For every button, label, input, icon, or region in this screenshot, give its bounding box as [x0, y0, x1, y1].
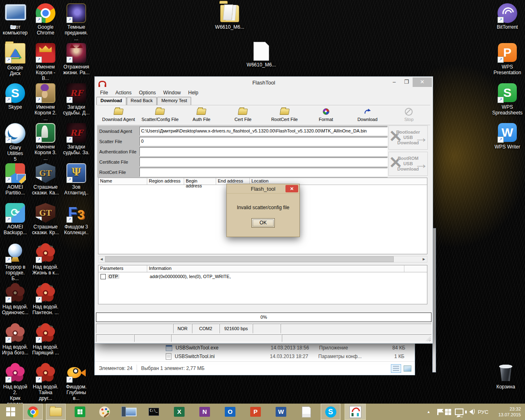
desktop-icon-wps-presentation[interactable]: ↗ WPS Presentation: [494, 43, 521, 75]
horizontal-scrollbar[interactable]: ◄ ►: [98, 256, 427, 262]
desktop-icon-wps-spreadsheets[interactable]: ↗ WPS Spreadsheets: [494, 83, 521, 116]
rootcert-file-input[interactable]: [139, 168, 388, 177]
tray-windows-defender[interactable]: [443, 404, 453, 420]
desktop-icon-atlantis[interactable]: ↗ Зов Атлантид..: [63, 163, 90, 196]
ok-button[interactable]: OK: [251, 218, 275, 228]
desktop-icon-fishdom3[interactable]: ↗ Фишдом 3 Коллекци..: [63, 203, 90, 235]
desktop-icon-terror[interactable]: ↗ Террор в городке. Б...: [2, 243, 29, 281]
desktop-icon-wps-writer[interactable]: ↗ WPS Writer: [494, 123, 521, 150]
taskbar-chrome-button[interactable]: [23, 404, 43, 420]
otp-checkbox[interactable]: [100, 274, 106, 279]
desktop-icon-grim2[interactable]: ↗ Страшные сказки. Кр...: [32, 203, 59, 235]
taskbar-onenote-button[interactable]: N: [195, 404, 214, 420]
taskbar-notepad-button[interactable]: [297, 404, 316, 420]
desktop-icon-abovewater-pantheon[interactable]: ↗ Над водой. Пантеон. ...: [32, 283, 59, 315]
desktop-icon-google-drive[interactable]: ↗ Google Диск: [2, 43, 29, 76]
bootloader-usb-download-button[interactable]: ✕ → Bootloader USB Download: [388, 126, 428, 150]
column-header-region-address[interactable]: Region address: [147, 178, 184, 185]
tray-show-hidden-icons[interactable]: ▲: [425, 404, 432, 420]
toolbar-auth-file[interactable]: Auth File: [182, 107, 221, 125]
taskbar-explorer-button[interactable]: [46, 404, 66, 420]
taskbar-flashtool-button[interactable]: [345, 404, 366, 420]
tab-download[interactable]: Download: [96, 97, 126, 105]
menu-help[interactable]: Help: [185, 90, 202, 96]
details-view-button[interactable]: [391, 364, 401, 373]
authentication-file-input[interactable]: [139, 147, 388, 156]
certificate-file-input[interactable]: [139, 158, 388, 167]
tab-memory-test[interactable]: Memory Test: [157, 97, 191, 105]
title-bar[interactable]: FlashTool – ❐ ✕: [95, 77, 433, 88]
file-row[interactable]: USBSwitchTool.ini 14.03.2013 18:27 Парам…: [95, 352, 415, 361]
toolbar-format[interactable]: Format: [306, 107, 346, 125]
desktop-icon-kings2[interactable]: ↗ Именем Короля 2. ...: [32, 83, 59, 121]
scroll-right-arrow[interactable]: ►: [421, 256, 427, 262]
scrollbar-thumb[interactable]: [105, 256, 394, 262]
desktop-icon-reflections[interactable]: ↗ Отражения жизни. Ра...: [63, 43, 90, 75]
column-header-name[interactable]: Name: [98, 178, 147, 185]
column-header-begin-address[interactable]: Begin address: [184, 178, 216, 185]
toolbar-cert-file[interactable]: Cert File: [223, 107, 262, 125]
start-button[interactable]: [2, 404, 20, 420]
column-header-parameters[interactable]: Parameters: [98, 265, 147, 272]
tray-volume[interactable]: [464, 404, 475, 420]
desktop-icon-w6610-folder[interactable]: W6610_M6...: [216, 3, 243, 30]
dialog-close-button[interactable]: ✕: [285, 185, 298, 192]
toolbar-download-agent[interactable]: Download Agent: [99, 107, 138, 125]
toolbar-rootcert-file[interactable]: RootCert File: [265, 107, 304, 125]
taskbar-outlook-button[interactable]: O: [221, 404, 240, 420]
taskbar-cmd-button[interactable]: C:\_: [144, 404, 163, 420]
tab-read-back[interactable]: Read Back: [127, 97, 157, 105]
maximize-button[interactable]: ❐: [400, 78, 413, 87]
desktop-icon-abovewater2[interactable]: ↗ Над водой 2. Крик разума: [2, 363, 29, 407]
desktop-icon-abovewater-secret[interactable]: ↗ Над водой. Тайна друг...: [32, 363, 59, 401]
desktop-icon-kings3[interactable]: ↗ Именем Короля 3. ...: [32, 123, 59, 161]
desktop-icon-fishdom-depths[interactable]: ↗ Фишдом. Глубины в...: [63, 363, 90, 401]
desktop-icon-dark-tales[interactable]: ↗ Темные предания. ...: [63, 3, 90, 41]
desktop-icon-bittorrent[interactable]: ↗ BitTorrent: [494, 3, 521, 30]
tray-network[interactable]: [454, 404, 464, 420]
taskbar-store-button[interactable]: [71, 404, 89, 420]
desktop-icon-glary[interactable]: ↗ Glary Utilities 5: [2, 123, 29, 162]
tray-clock[interactable]: 23:32 13.07.2015: [491, 404, 521, 420]
desktop-icon-abovewater-gods[interactable]: ↗ Над водой. Игра бого...: [2, 323, 29, 356]
desktop-icon-kings1[interactable]: ↗ Именем Короля - В...: [32, 43, 59, 81]
desktop-icon-aomei-backupper[interactable]: ↗ AOMEI Backupp...: [2, 203, 29, 235]
desktop-icon-skype[interactable]: ↗ Skype: [2, 83, 29, 110]
menu-options[interactable]: Options: [135, 90, 160, 96]
taskbar-excel-button[interactable]: X: [170, 404, 189, 420]
desktop-icon-abovewater-life[interactable]: ↗ Над водой. Жизнь в к...: [32, 243, 59, 276]
desktop-icon-recycle-bin[interactable]: Корзина: [492, 363, 519, 390]
toolbar-stop[interactable]: Stop: [389, 107, 429, 125]
desktop-icon-abovewater-lonely[interactable]: ↗ Над водой. Одиночес...: [2, 283, 29, 315]
resize-grip[interactable]: [426, 336, 431, 341]
desktop-icon-riddles1[interactable]: ↗ Загадки судьбы. Д...: [63, 83, 90, 116]
toolbar-download[interactable]: Download: [348, 107, 387, 125]
thumbnails-view-button[interactable]: [402, 364, 413, 373]
desktop-icon-this-computer[interactable]: Этот компьютер: [2, 3, 29, 36]
parameter-name[interactable]: OTP: [107, 274, 119, 279]
tray-action-center[interactable]: [433, 404, 442, 420]
taskbar-paint-button[interactable]: [95, 404, 114, 420]
minimize-button[interactable]: –: [388, 78, 400, 87]
desktop-icon-riddles2[interactable]: ↗ Загадки судьбы. За.: [63, 123, 90, 155]
scroll-left-arrow[interactable]: ◄: [98, 256, 105, 262]
taskbar-word-button[interactable]: W: [272, 404, 290, 420]
menu-file[interactable]: File: [96, 90, 112, 96]
file-row[interactable]: USBSwitchTool.exe 14.03.2013 18:56 Прило…: [95, 344, 415, 352]
taskbar-powerpoint-button[interactable]: P: [246, 404, 265, 420]
toolbar-scatter-config-file[interactable]: Scatter/Config File: [140, 107, 180, 125]
bootrom-usb-download-button[interactable]: ✕ → BootROM USB Download: [388, 152, 428, 176]
column-header-information[interactable]: Information: [147, 265, 404, 272]
desktop-icon-chrome[interactable]: ↗ Google Chrome: [32, 3, 59, 36]
taskbar-skype-button[interactable]: S: [321, 404, 340, 420]
desktop-icon-aomei-partition[interactable]: ↗ AOMEI Partitio...: [2, 163, 29, 196]
desktop-icon-grim1[interactable]: ↗ Страшные сказки. Ка...: [32, 163, 59, 196]
close-button[interactable]: ✕: [413, 78, 432, 87]
download-agent-input[interactable]: C:\Users\Дмитрий\Desktop\www.x-drivers.r…: [139, 127, 388, 136]
menu-window[interactable]: Window: [160, 90, 185, 96]
menu-actions[interactable]: Actions: [112, 90, 135, 96]
desktop-icon-abovewater-soaring[interactable]: ↗ Над водой. Парящий ...: [32, 323, 59, 356]
scatter-file-input[interactable]: 0: [139, 137, 388, 146]
desktop-icon-w6610-file[interactable]: W6610_M6...: [248, 41, 275, 68]
taskbar-remote-pc-button[interactable]: [120, 404, 139, 420]
